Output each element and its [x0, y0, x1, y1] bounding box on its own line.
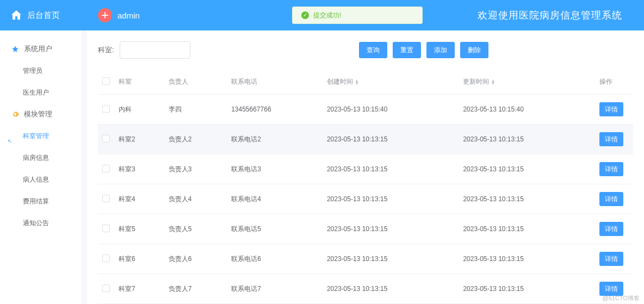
sidebar-item[interactable]: 病房信息	[0, 147, 82, 169]
cell-updated: 2023-05-13 10:13:15	[459, 184, 595, 214]
row-checkbox[interactable]	[102, 255, 110, 262]
cell-updated: 2023-05-13 10:15:40	[459, 95, 595, 125]
sidebar-item[interactable]: 科室管理↖	[0, 125, 82, 147]
cell-owner: 负责人4	[164, 184, 227, 214]
cell-dept: 科室5	[114, 214, 164, 244]
topbar-home[interactable]: 后台首页	[0, 9, 82, 22]
cursor-icon: ↖	[8, 138, 12, 144]
topbar: 后台首页 admin ✓ 提交成功! 欢迎使用医院病房信息管理系统	[0, 0, 644, 30]
cell-phone: 联系电话7	[227, 274, 323, 304]
table-row: 科室2 负责人2 联系电话2 2023-05-13 10:13:15 2023-…	[98, 125, 633, 154]
sort-icon[interactable]: ▲▼	[355, 79, 359, 85]
cell-owner: 负责人5	[164, 214, 227, 244]
th-owner[interactable]: 负责人	[164, 70, 227, 95]
th-dept[interactable]: 科室	[114, 70, 164, 95]
cell-created: 2023-05-13 10:13:15	[323, 274, 459, 304]
row-checkbox[interactable]	[102, 195, 110, 202]
cell-created: 2023-05-13 10:15:40	[323, 95, 459, 125]
filter-label: 科室:	[98, 45, 114, 55]
cell-owner: 负责人3	[164, 154, 227, 184]
table-row: 科室5 负责人5 联系电话5 2023-05-13 10:13:15 2023-…	[98, 214, 633, 244]
search-button[interactable]: 查询	[359, 42, 387, 58]
home-icon	[10, 9, 23, 22]
table-row: 科室4 负责人4 联系电话4 2023-05-13 10:13:15 2023-…	[98, 184, 633, 214]
cell-dept: 科室3	[114, 154, 164, 184]
sidebar-item-label: 科室管理	[23, 132, 49, 141]
detail-button[interactable]: 详情	[599, 162, 623, 176]
table-row: 科室3 负责人3 联系电话3 2023-05-13 10:13:15 2023-…	[98, 154, 633, 184]
cell-created: 2023-05-13 10:13:15	[323, 244, 459, 274]
admin-name: admin	[117, 11, 140, 20]
add-button[interactable]: 添加	[426, 42, 455, 58]
sidebar-item-label: 费用结算	[23, 197, 49, 206]
cell-created: 2023-05-13 10:13:15	[323, 214, 459, 244]
cell-owner: 负责人2	[164, 125, 227, 154]
detail-button[interactable]: 详情	[599, 222, 623, 236]
gear-icon	[11, 110, 20, 119]
sidebar-item-label: 通知公告	[23, 219, 49, 228]
detail-button[interactable]: 详情	[599, 252, 623, 266]
star-icon	[11, 45, 20, 53]
select-all-checkbox[interactable]	[102, 77, 110, 85]
sidebar: 系统用户管理员医生用户模块管理科室管理↖病房信息病人信息费用结算通知公告	[0, 30, 82, 304]
cell-created: 2023-05-13 10:13:15	[323, 184, 459, 214]
main-content: 科室: 查询 重置 添加 删除 科室 负责人 联系电话 创建时间▲▼ 更新时间▲…	[87, 30, 644, 304]
cell-phone: 联系电话4	[227, 184, 323, 214]
row-checkbox[interactable]	[102, 225, 110, 232]
cell-dept: 科室7	[114, 274, 164, 304]
dept-table: 科室 负责人 联系电话 创建时间▲▼ 更新时间▲▼ 操作 内科 李四 13455…	[98, 70, 633, 304]
success-alert: ✓ 提交成功!	[292, 7, 423, 24]
check-icon: ✓	[301, 11, 309, 19]
row-checkbox[interactable]	[102, 284, 110, 292]
th-updated[interactable]: 更新时间▲▼	[459, 70, 595, 95]
sidebar-item[interactable]: 病人信息	[0, 169, 82, 190]
th-created[interactable]: 创建时间▲▼	[323, 70, 459, 95]
detail-button[interactable]: 详情	[599, 132, 623, 146]
table-row: 内科 李四 13455667766 2023-05-13 10:15:40 20…	[98, 95, 633, 125]
cell-dept: 科室4	[114, 184, 164, 214]
th-phone[interactable]: 联系电话	[227, 70, 323, 95]
topbar-home-label: 后台首页	[27, 10, 60, 21]
sidebar-group[interactable]: 模块管理	[0, 103, 82, 125]
sidebar-item-label: 病房信息	[23, 153, 49, 163]
cell-created: 2023-05-13 10:13:15	[323, 125, 459, 154]
cell-dept: 科室2	[114, 125, 164, 154]
sidebar-item-label: 病人信息	[23, 175, 49, 184]
th-action: 操作	[595, 70, 633, 95]
filter-row: 科室: 查询 重置 添加 删除	[98, 41, 633, 59]
table-row: 科室6 负责人6 联系电话6 2023-05-13 10:13:15 2023-…	[98, 244, 633, 274]
cell-updated: 2023-05-13 10:13:15	[459, 244, 595, 274]
cell-owner: 负责人7	[164, 274, 227, 304]
cell-owner: 负责人6	[164, 244, 227, 274]
sidebar-group[interactable]: 系统用户	[0, 38, 82, 60]
cell-updated: 2023-05-13 10:13:15	[459, 214, 595, 244]
cell-phone: 13455667766	[227, 95, 323, 125]
cell-phone: 联系电话2	[227, 125, 323, 154]
row-checkbox[interactable]	[102, 165, 110, 172]
detail-button[interactable]: 详情	[599, 102, 623, 116]
sidebar-item[interactable]: 医生用户	[0, 82, 82, 103]
detail-button[interactable]: 详情	[599, 192, 623, 206]
sidebar-item[interactable]: 通知公告	[0, 212, 82, 234]
cell-updated: 2023-05-13 10:13:15	[459, 154, 595, 184]
cell-updated: 2023-05-13 10:13:15	[459, 125, 595, 154]
reset-button[interactable]: 重置	[393, 42, 421, 58]
delete-button[interactable]: 删除	[460, 42, 488, 58]
alert-text: 提交成功!	[313, 11, 341, 20]
row-checkbox[interactable]	[102, 105, 110, 113]
topbar-title: 欢迎使用医院病房信息管理系统	[478, 9, 644, 22]
cell-phone: 联系电话5	[227, 214, 323, 244]
admin-block[interactable]: admin	[98, 8, 140, 22]
admin-avatar-icon	[98, 8, 112, 22]
cell-updated: 2023-05-13 10:13:15	[459, 274, 595, 304]
row-checkbox[interactable]	[102, 135, 110, 142]
sidebar-item-label: 管理员	[23, 66, 42, 76]
cell-created: 2023-05-13 10:13:15	[323, 154, 459, 184]
sidebar-item[interactable]: 费用结算	[0, 190, 82, 212]
sidebar-group-label: 系统用户	[24, 44, 52, 54]
dept-filter-input[interactable]	[120, 41, 190, 59]
table-row: 科室7 负责人7 联系电话7 2023-05-13 10:13:15 2023-…	[98, 274, 633, 304]
sidebar-group-label: 模块管理	[24, 109, 52, 119]
sort-icon[interactable]: ▲▼	[491, 79, 495, 85]
sidebar-item[interactable]: 管理员	[0, 60, 82, 82]
